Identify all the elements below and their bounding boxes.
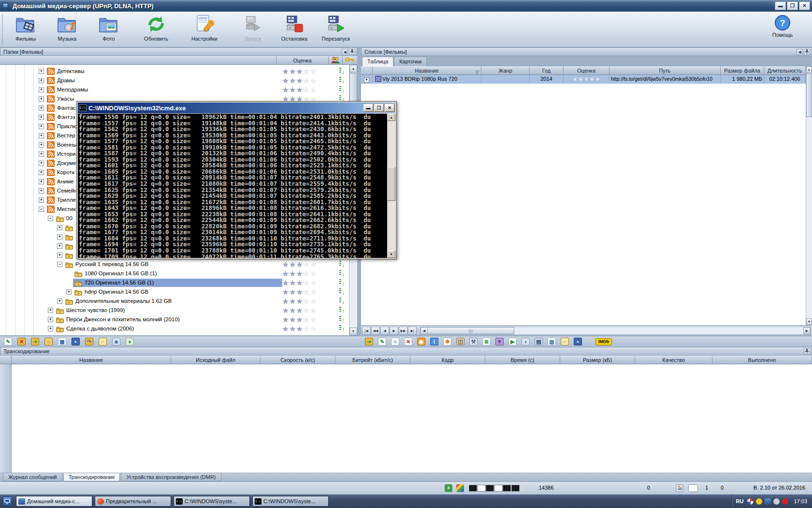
toolbar-button-restart-server[interactable]: Перезапуск [317, 14, 355, 45]
rating-stars[interactable]: ★★★★★ [282, 315, 327, 324]
cmd-scroll-up-icon[interactable]: ▲ [387, 114, 395, 121]
cmd-scroll-down-icon[interactable]: ▼ [387, 251, 395, 258]
tree-item-label[interactable]: Русский 1 перевод 14.56 GB [74, 261, 150, 268]
star-filled-icon[interactable]: ★ [289, 325, 296, 333]
rating-stars[interactable]: ★★★★★ [282, 288, 327, 296]
row-expand-icon[interactable]: + [364, 77, 369, 83]
rating-stars[interactable]: ★★★★★ [282, 306, 327, 314]
expand-icon[interactable]: + [57, 253, 62, 258]
minimize-button[interactable]: ▬ [775, 1, 786, 10]
tree-item-русский-1-перевод-14-56-gb[interactable]: −Русский 1 перевод 14.56 GB★★★★★↓ [0, 260, 349, 269]
yellow-status-icon[interactable] [756, 498, 762, 505]
expand-icon[interactable]: + [39, 179, 44, 184]
star-filled-icon[interactable]: ★ [282, 260, 289, 269]
hscroll-left-icon[interactable]: ◀ [420, 327, 428, 334]
cmd-scroll-thumb[interactable] [387, 167, 395, 201]
expand-icon[interactable]: + [57, 243, 62, 249]
taskbar-start-icon[interactable] [2, 496, 12, 506]
tree-item-hdrip-оригинал-14-56-gb[interactable]: +hdrip Оригинал 14.56 GB★★★★★↓ [0, 287, 349, 297]
tree-item-драмы[interactable]: +Драмы★★★★★↓ [0, 76, 349, 85]
star-filled-icon[interactable]: ★ [282, 297, 289, 305]
tree-item-label[interactable]: hdrip Оригинал 14.56 GB [83, 288, 150, 296]
add-folder-icon[interactable]: ➜ [31, 338, 39, 345]
rating-stars[interactable]: ★★★★★ [282, 67, 327, 75]
edit-item-icon[interactable]: ✎ [4, 338, 12, 345]
movie-row[interactable]: +Viy 2013 BDRip 1080p Rus 7202014★★★★★ht… [361, 75, 806, 84]
column-header-6[interactable]: Размер файла [721, 66, 764, 75]
speaker-icon[interactable] [773, 498, 780, 505]
tree-item-label[interactable]: Фантас [56, 105, 77, 112]
taskbar-item-cmd[interactable]: C:\C:\WINDOWS\syste... [174, 496, 250, 507]
tree-item-label[interactable]: Докуме [56, 160, 77, 167]
hms-tray-icon[interactable] [765, 498, 771, 505]
star-filled-icon[interactable]: ★ [282, 76, 289, 85]
tree-item-label[interactable]: Аниме [56, 178, 75, 185]
expand-icon[interactable]: + [39, 151, 44, 157]
transcoding-column-8[interactable]: Качество [635, 356, 712, 364]
tree-item-label[interactable]: Коротк [56, 169, 76, 176]
edit-item-icon[interactable]: ✎ [378, 338, 386, 345]
star-filled-icon[interactable]: ★ [289, 76, 296, 85]
tree-item-label[interactable]: Истори [56, 150, 77, 158]
star-empty-icon[interactable]: ★ [310, 260, 317, 269]
tree-item-шестое-чувство-1999-[interactable]: +Шестое чувство (1999)★★★★★↑ [0, 306, 349, 315]
expand-icon[interactable]: + [39, 170, 44, 175]
package-icon[interactable]: ◫ [456, 338, 464, 345]
tree-item-label[interactable]: Ужасы [56, 95, 75, 103]
tree-item-дополнительные-материалы-1-62-gb[interactable]: +Дополнительные материалы 1.62 GB★★★★★↓ [0, 297, 349, 306]
star-empty-icon[interactable]: ★ [303, 279, 310, 287]
star-empty-icon[interactable]: ★ [310, 315, 317, 324]
keyboard-layout[interactable]: RU [736, 498, 744, 504]
expand-icon[interactable]: + [66, 289, 72, 295]
transcoding-column-6[interactable]: Время (с) [485, 356, 560, 364]
nav-fast-forward-icon[interactable]: ▶▶ [399, 327, 407, 335]
cmd-minimize-button[interactable]: ▬ [363, 104, 373, 112]
row-expander-cell[interactable]: + [361, 75, 373, 84]
expand-icon[interactable]: + [48, 326, 53, 331]
tree-scroll-down-icon[interactable]: ▼ [349, 328, 357, 335]
star-empty-icon[interactable]: ★ [310, 269, 317, 278]
star-filled-icon[interactable]: ★ [282, 288, 289, 296]
tree-item-label[interactable]: Вестер [56, 132, 77, 139]
transcoding-column-5[interactable]: Кадр [410, 356, 485, 364]
pinwheel-icon[interactable] [747, 498, 754, 505]
collapse-icon[interactable]: − [48, 216, 53, 221]
expand-icon[interactable]: + [39, 105, 44, 111]
tree-item-сделка-с-дьяволом-2006-[interactable]: +Сделка с дьяволом (2006)★★★★★↑ [0, 324, 349, 333]
tree-item-label[interactable]: Драмы [56, 77, 76, 84]
taskbar-item-preview[interactable]: Предварительный ... [95, 496, 171, 507]
toolbar-button-settings[interactable]: Настройки [186, 14, 223, 45]
expand-icon[interactable]: + [39, 78, 44, 83]
tab-cards[interactable]: Карточки [394, 57, 427, 66]
info-icon[interactable]: i [430, 338, 438, 345]
list-scroll-up-icon[interactable]: ▲ [806, 66, 812, 73]
star-filled-icon[interactable]: ★ [282, 315, 289, 324]
star-filled-icon[interactable]: ★ [289, 288, 296, 296]
collapse-panel-button[interactable]: ◀ [342, 49, 348, 55]
cmd-scrollbar[interactable]: ▲ ▼ [387, 114, 395, 258]
access-key-icon[interactable]: ⌐ [99, 338, 107, 345]
rating-cell[interactable]: ★★★★★ [564, 75, 609, 84]
imdb-icon[interactable]: IMDb [595, 338, 612, 345]
tree-item-label[interactable]: Дополнительные материалы 1.62 GB [74, 298, 173, 305]
delete-icon[interactable]: ✕ [404, 338, 412, 345]
star-filled-icon[interactable]: ★ [296, 86, 303, 94]
star-filled-icon[interactable]: ★ [282, 306, 289, 314]
cmd-title-bar[interactable]: C:\ C:\WINDOWS\system32\cmd.exe ▬ ❐ ✕ [78, 103, 395, 113]
expand-icon[interactable]: + [39, 87, 44, 92]
rating-stars[interactable]: ★★★★★ [282, 76, 327, 85]
expand-icon[interactable]: + [57, 234, 62, 239]
sound-test-icon[interactable]: ◖ [522, 338, 530, 345]
star-filled-icon[interactable]: ★ [289, 279, 296, 287]
tree-item-label[interactable]: Мистик [56, 206, 77, 213]
expand-icon[interactable]: + [39, 115, 44, 120]
web-folder-icon[interactable]: ◉ [417, 338, 425, 345]
star-filled-icon[interactable]: ★ [282, 67, 289, 75]
expand-icon[interactable]: + [48, 308, 53, 313]
tree-item-label[interactable]: 720 Оригинал 14.56 GB (1) [83, 279, 155, 286]
cmd-maximize-button[interactable]: ❐ [374, 104, 384, 112]
rating-stars[interactable]: ★★★★★ [282, 86, 327, 94]
tree-item-мелодрамы[interactable]: +Мелодрамы★★★★★↓ [0, 85, 349, 94]
expand-icon[interactable]: + [39, 197, 44, 203]
pin-panel-button[interactable] [349, 49, 355, 55]
